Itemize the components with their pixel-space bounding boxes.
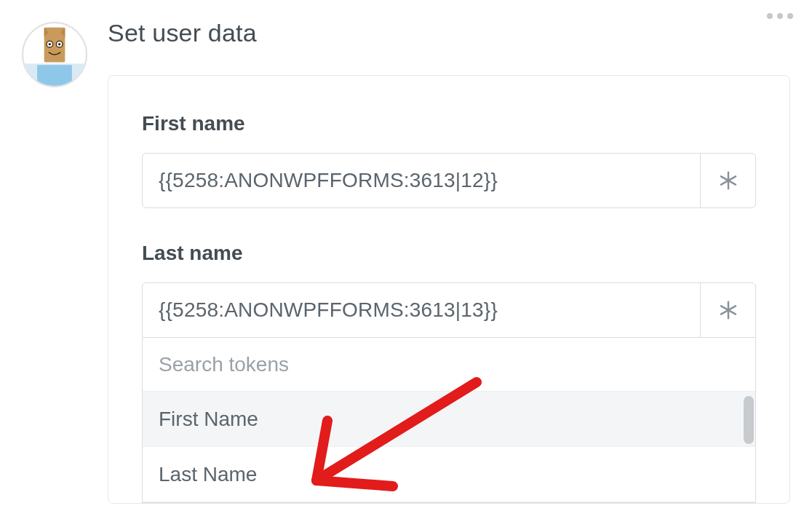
token-picker-button[interactable] — [700, 283, 755, 337]
token-picker-button[interactable] — [700, 154, 755, 207]
token-option-last-name[interactable]: Last Name — [143, 447, 755, 502]
asterisk-icon — [717, 170, 739, 191]
fields-card: First name {{5258:ANONWPFFORMS:3613|12}}… — [108, 75, 790, 504]
last-name-input[interactable]: {{5258:ANONWPFFORMS:3613|13}} — [143, 283, 700, 337]
token-dropdown-list: First Name Last Name — [143, 392, 755, 502]
action-content: Set user data First name {{5258:ANONWPFF… — [108, 15, 790, 504]
svg-point-8 — [58, 43, 60, 45]
more-options-button[interactable] — [764, 10, 796, 22]
avatar-container — [22, 22, 87, 87]
last-name-input-group: {{5258:ANONWPFFORMS:3613|13}} — [142, 282, 756, 338]
action-title: Set user data — [108, 19, 790, 47]
action-row: Set user data First name {{5258:ANONWPFF… — [0, 0, 812, 504]
field-label-first-name: First name — [142, 112, 756, 135]
svg-point-7 — [49, 43, 51, 45]
dot-icon — [787, 13, 793, 19]
dot-icon — [767, 13, 773, 19]
field-label-last-name: Last name — [142, 242, 756, 265]
first-name-input[interactable]: {{5258:ANONWPFFORMS:3613|12}} — [143, 154, 700, 207]
asterisk-icon — [717, 299, 739, 321]
scrollbar-thumb[interactable] — [744, 396, 754, 444]
paper-bag-avatar-icon — [23, 23, 86, 86]
svg-rect-1 — [37, 65, 72, 86]
avatar — [22, 22, 87, 87]
first-name-input-group: {{5258:ANONWPFFORMS:3613|12}} — [142, 153, 756, 208]
dot-icon — [777, 13, 783, 19]
token-search-input[interactable]: Search tokens — [143, 338, 755, 392]
token-option-first-name[interactable]: First Name — [143, 392, 755, 447]
token-dropdown: Search tokens First Name Last Name — [142, 338, 756, 503]
